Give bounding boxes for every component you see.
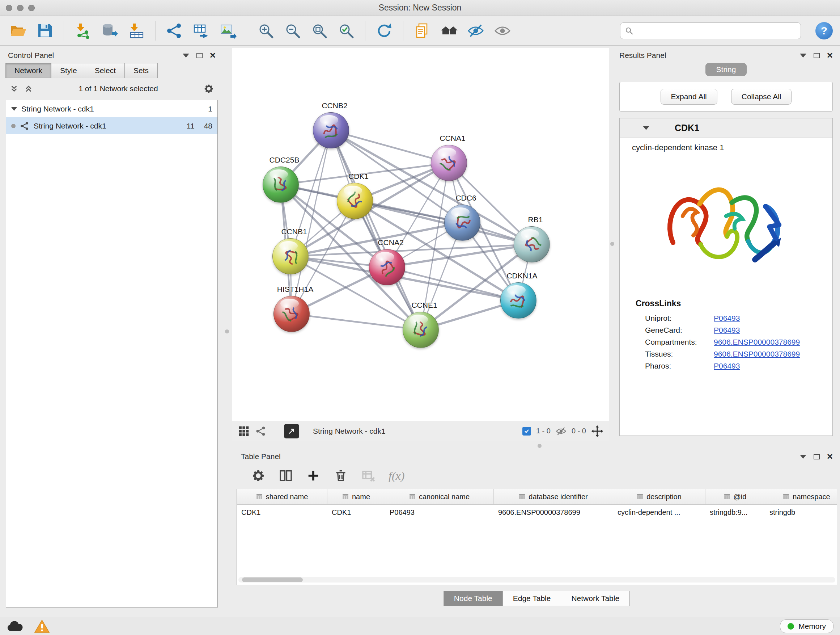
function-builder-icon[interactable]: f(x): [388, 469, 404, 483]
network-node-ccnb1[interactable]: [272, 238, 309, 274]
close-panel-icon[interactable]: ×: [210, 52, 216, 59]
tab-network[interactable]: Network: [5, 63, 51, 78]
refresh-view-button[interactable]: [373, 19, 395, 42]
zoom-in-button[interactable]: [255, 19, 277, 42]
scrollbar-thumb[interactable]: [242, 578, 303, 582]
home-networks-button[interactable]: [438, 19, 460, 42]
column-header-namespace[interactable]: namespace: [765, 489, 837, 504]
network-node-rb1[interactable]: [514, 226, 550, 263]
share-view-icon[interactable]: [256, 426, 266, 437]
network-node-ccnb2[interactable]: [313, 112, 349, 149]
add-column-icon[interactable]: [306, 469, 321, 483]
hide-selected-button[interactable]: [465, 19, 486, 42]
expand-all-button[interactable]: Expand All: [660, 89, 717, 105]
table-cell[interactable]: 9606.ENSP00000378699: [494, 505, 613, 520]
warning-icon[interactable]: [34, 619, 50, 633]
show-columns-icon[interactable]: [279, 469, 293, 483]
network-node-hist1h1a[interactable]: [273, 296, 309, 332]
panel-menu-icon[interactable]: [183, 54, 189, 57]
delete-column-trash-icon[interactable]: [333, 469, 348, 483]
export-view-button[interactable]: [284, 424, 299, 439]
memory-button[interactable]: Memory: [780, 619, 834, 633]
table-cell[interactable]: CDK1: [237, 505, 327, 520]
search-input[interactable]: [637, 27, 796, 35]
close-window-button[interactable]: [6, 5, 12, 11]
crosslink-link[interactable]: 9606.ENSP00000378699: [714, 350, 800, 358]
tab-select[interactable]: Select: [86, 63, 125, 78]
birdseye-grid-icon[interactable]: [238, 425, 249, 437]
gear-icon[interactable]: [203, 83, 214, 94]
import-network-database-button[interactable]: [99, 19, 120, 42]
network-row[interactable]: String Network - cdk1 11 48: [6, 117, 218, 134]
save-session-button[interactable]: [34, 19, 56, 42]
table-settings-gear-icon[interactable]: [251, 469, 265, 483]
table-row[interactable]: CDK1CDK1P064939606.ENSP00000378699cyclin…: [237, 505, 837, 520]
help-button[interactable]: ?: [815, 22, 833, 40]
float-panel-icon[interactable]: [196, 53, 202, 58]
float-panel-icon[interactable]: [813, 454, 820, 459]
cloud-icon[interactable]: [6, 620, 23, 632]
selected-checkbox-icon[interactable]: [523, 427, 531, 435]
network-node-cdk1[interactable]: [337, 183, 373, 219]
tab-network-table[interactable]: Network Table: [561, 591, 630, 606]
panel-menu-icon[interactable]: [800, 54, 806, 57]
collapse-section-icon[interactable]: [643, 126, 649, 130]
column-header-description[interactable]: description: [613, 489, 706, 504]
collapse-all-icon[interactable]: [9, 84, 19, 93]
tree-expander-icon[interactable]: [11, 107, 17, 111]
zoom-out-button[interactable]: [282, 19, 303, 42]
crosslink-link[interactable]: P06493: [714, 326, 740, 334]
hidden-eye-slash-icon[interactable]: [556, 426, 567, 437]
tab-string[interactable]: String: [706, 63, 747, 76]
crosslink-link[interactable]: P06493: [714, 362, 740, 371]
column-header-name[interactable]: name: [327, 489, 385, 504]
import-network-file-button[interactable]: [72, 19, 94, 42]
export-table-button[interactable]: [190, 19, 212, 42]
tab-edge-table[interactable]: Edge Table: [502, 591, 561, 606]
tab-sets[interactable]: Sets: [125, 63, 158, 78]
column-header-shared-name[interactable]: shared name: [237, 489, 327, 504]
table-cell[interactable]: stringdb:9...: [706, 505, 765, 520]
duplicate-network-button[interactable]: [411, 19, 433, 42]
network-node-cdkn1a[interactable]: [500, 282, 537, 318]
pan-crosshair-icon[interactable]: [591, 425, 603, 437]
zoom-selected-button[interactable]: [335, 19, 357, 42]
collapse-all-button[interactable]: Collapse All: [731, 89, 792, 105]
network-node-cdc25b[interactable]: [263, 166, 299, 203]
network-collection-row[interactable]: String Network - cdk1 1: [6, 100, 218, 117]
crosslink-link[interactable]: 9606.ENSP00000378699: [714, 338, 800, 347]
network-node-ccna1[interactable]: [431, 145, 467, 181]
network-node-cdc6[interactable]: [444, 204, 480, 241]
zoom-fit-button[interactable]: [309, 19, 330, 42]
left-splitter-handle[interactable]: [225, 329, 229, 333]
import-table-file-button[interactable]: [126, 19, 147, 42]
crosslink-link[interactable]: P06493: [714, 314, 740, 323]
expand-all-icon[interactable]: [24, 84, 33, 93]
float-panel-icon[interactable]: [813, 53, 820, 58]
horizontal-scrollbar[interactable]: [238, 577, 835, 583]
right-splitter-handle[interactable]: [610, 242, 614, 246]
zoom-window-button[interactable]: [28, 5, 35, 11]
table-cell[interactable]: cyclin-dependent ...: [613, 505, 706, 520]
network-node-ccne1[interactable]: [403, 312, 439, 348]
horizontal-splitter-handle[interactable]: [538, 444, 542, 448]
table-cell[interactable]: stringdb: [765, 505, 837, 520]
column-header--id[interactable]: @id: [706, 489, 765, 504]
panel-menu-icon[interactable]: [800, 455, 806, 459]
close-panel-icon[interactable]: ×: [827, 453, 833, 460]
tab-style[interactable]: Style: [51, 63, 86, 78]
network-node-ccna2[interactable]: [369, 249, 405, 285]
tab-node-table[interactable]: Node Table: [444, 591, 503, 606]
table-cell[interactable]: CDK1: [327, 505, 385, 520]
show-all-button[interactable]: [492, 19, 513, 42]
table-cell[interactable]: P06493: [385, 505, 494, 520]
protein-card-header[interactable]: CDK1: [620, 119, 832, 138]
open-session-button[interactable]: [7, 19, 29, 42]
new-network-from-selection-button[interactable]: [164, 19, 185, 42]
minimize-window-button[interactable]: [17, 5, 24, 11]
network-canvas[interactable]: CCNB2 CCNA1 CDC25B CDK1 CDC6 RB1 CCNB1 C…: [232, 48, 609, 421]
close-panel-icon[interactable]: ×: [827, 52, 833, 59]
column-header-canonical-name[interactable]: canonical name: [385, 489, 494, 504]
export-image-button[interactable]: [217, 19, 239, 42]
column-header-database-identifier[interactable]: database identifier: [494, 489, 613, 504]
